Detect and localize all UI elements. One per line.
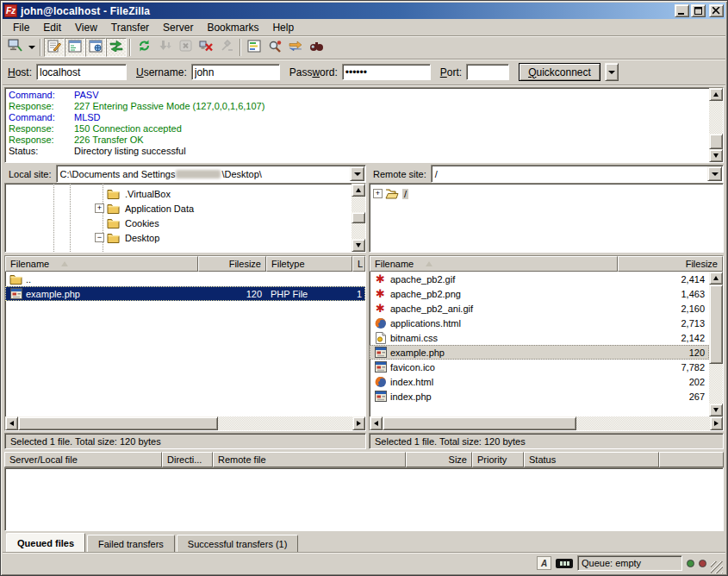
tree-item--virtualbox[interactable]: .VirtualBox <box>5 186 352 201</box>
tree-item--[interactable]: +/ <box>370 186 723 201</box>
quickconnect-button[interactable]: Quickconnect <box>519 63 600 81</box>
file-row-applications-html[interactable]: applications.html2,713 <box>370 316 709 330</box>
scrollbar-track[interactable] <box>709 364 723 404</box>
scroll-left-button[interactable] <box>5 416 18 430</box>
triangle-down-icon <box>713 408 719 412</box>
menu-item-server[interactable]: Server <box>156 20 200 35</box>
expand-plus-icon[interactable]: + <box>373 189 383 198</box>
close-button[interactable] <box>709 4 724 17</box>
scroll-right-button[interactable] <box>352 416 365 430</box>
disconnect-button[interactable] <box>196 38 216 57</box>
scroll-up-button[interactable] <box>709 272 723 285</box>
column-header-filename[interactable]: Filename <box>370 256 618 272</box>
local-tree-scrollbar[interactable] <box>352 184 365 252</box>
speed-limit-icon[interactable] <box>556 559 573 568</box>
scroll-right-button[interactable] <box>710 416 723 430</box>
scrollbar-track[interactable] <box>709 101 723 134</box>
file-row-index-html[interactable]: index.html202 <box>370 374 709 389</box>
collapse-minus-icon[interactable]: − <box>95 233 104 242</box>
column-header-filetype[interactable]: Filetype <box>266 256 352 272</box>
toggle-local-tree-button[interactable] <box>65 38 85 57</box>
scroll-up-button[interactable] <box>709 88 723 101</box>
tab-failed-transfers[interactable]: Failed transfers <box>87 535 175 552</box>
synchronized-browsing-button[interactable] <box>285 38 306 57</box>
refresh-button[interactable] <box>134 38 154 57</box>
scrollbar-track[interactable] <box>218 416 352 430</box>
scroll-down-button[interactable] <box>352 239 365 252</box>
queue-list-area[interactable] <box>4 467 724 531</box>
queue-column-remote-file[interactable]: Remote file <box>213 452 406 467</box>
expand-plus-icon[interactable]: + <box>95 203 104 213</box>
scrollbar-track[interactable] <box>576 416 710 430</box>
column-header-filename[interactable]: Filename <box>5 256 198 272</box>
column-header-filesize[interactable]: Filesize <box>618 256 723 272</box>
username-input[interactable] <box>191 64 280 80</box>
file-row-favicon-ico[interactable]: favicon.ico7,782 <box>370 360 709 374</box>
file-row-apache-pb2-gif[interactable]: ✱apache_pb2.gif2,414 <box>370 272 709 286</box>
queue-column-size[interactable]: Size <box>406 452 472 467</box>
local-horizontal-scrollbar[interactable] <box>5 416 365 430</box>
column-header-l[interactable]: L <box>352 256 365 272</box>
scrollbar-track[interactable] <box>352 197 365 212</box>
port-input[interactable] <box>466 64 509 80</box>
scrollbar-thumb[interactable] <box>709 285 723 364</box>
directory-filters-button[interactable] <box>244 38 264 57</box>
file-row-apache-pb2-ani-gif[interactable]: ✱apache_pb2_ani.gif2,160 <box>370 301 709 316</box>
remote-horizontal-scrollbar[interactable] <box>370 416 723 430</box>
resize-grip[interactable] <box>711 561 723 573</box>
file-row-bitnami-css[interactable]: bitnami.css2,142 <box>370 330 709 345</box>
host-input[interactable] <box>36 64 127 80</box>
menu-item-transfer[interactable]: Transfer <box>104 20 156 35</box>
menu-item-edit[interactable]: Edit <box>36 20 68 35</box>
tree-item-application-data[interactable]: +Application Data <box>5 201 352 216</box>
title-bar[interactable]: Fz john@localhost - FileZilla <box>3 3 725 19</box>
find-files-button[interactable] <box>306 38 327 57</box>
scrollbar-thumb[interactable] <box>18 416 218 430</box>
local-path-combobox[interactable]: C:\Documents and Settings\Desktop\ <box>56 165 366 183</box>
menu-item-view[interactable]: View <box>68 20 104 35</box>
scroll-left-button[interactable] <box>370 416 383 430</box>
scrollbar-thumb[interactable] <box>352 212 365 223</box>
tree-item-desktop[interactable]: −Desktop <box>5 230 352 245</box>
scroll-up-button[interactable] <box>352 184 365 197</box>
queue-column-directi---[interactable]: Directi... <box>162 452 213 467</box>
tab-queued-files[interactable]: Queued files <box>6 533 85 552</box>
menu-item-file[interactable]: File <box>6 20 36 35</box>
file-row-apache-pb2-png[interactable]: ✱apache_pb2.png1,463 <box>370 286 709 301</box>
local-path-dropdown-button[interactable] <box>350 166 364 181</box>
scroll-down-button[interactable] <box>709 149 723 162</box>
message-log-panel: Command:PASVResponse:227 Entering Passiv… <box>4 87 724 163</box>
remote-path-dropdown-button[interactable] <box>707 166 722 181</box>
scrollbar-thumb[interactable] <box>383 416 576 430</box>
tree-item-cookies[interactable]: Cookies <box>5 216 352 230</box>
toggle-remote-tree-button[interactable] <box>85 38 106 57</box>
scroll-down-button[interactable] <box>709 404 723 416</box>
ascii-transfer-type-icon[interactable]: A <box>537 556 551 570</box>
remote-path-combobox[interactable]: / <box>431 165 724 183</box>
scrollbar-thumb[interactable] <box>709 134 723 149</box>
site-manager-button[interactable] <box>5 38 26 57</box>
toggle-queue-button[interactable] <box>106 38 127 57</box>
queue-column-priority[interactable]: Priority <box>472 452 524 467</box>
password-input[interactable] <box>342 64 431 80</box>
scrollbar-track[interactable] <box>352 223 365 239</box>
file-row-example-php[interactable]: example.php120PHP File1 <box>5 286 365 301</box>
file-row-example-php[interactable]: example.php120 <box>370 345 709 360</box>
remote-vertical-scrollbar[interactable] <box>709 272 723 416</box>
file-row-index-php[interactable]: index.php267 <box>370 389 709 404</box>
minimize-button[interactable] <box>675 4 689 17</box>
queue-column-server-local-file[interactable]: Server/Local file <box>4 452 162 467</box>
menu-item-bookmarks[interactable]: Bookmarks <box>200 20 265 35</box>
file-row---[interactable]: .. <box>5 272 365 286</box>
message-log-scrollbar[interactable] <box>709 88 723 162</box>
menu-item-help[interactable]: Help <box>265 20 301 35</box>
tree-item-label: Application Data <box>123 203 196 214</box>
tab-successful-transfers--1-[interactable]: Successful transfers (1) <box>177 535 299 552</box>
maximize-button[interactable] <box>691 4 706 17</box>
queue-column-status[interactable]: Status <box>524 452 659 467</box>
site-manager-dropdown-button[interactable] <box>26 38 37 57</box>
quickconnect-dropdown-button[interactable] <box>605 63 619 81</box>
column-header-filesize[interactable]: Filesize <box>198 256 266 272</box>
toggle-message-log-button[interactable] <box>44 38 65 57</box>
directory-comparison-button[interactable] <box>264 38 285 57</box>
